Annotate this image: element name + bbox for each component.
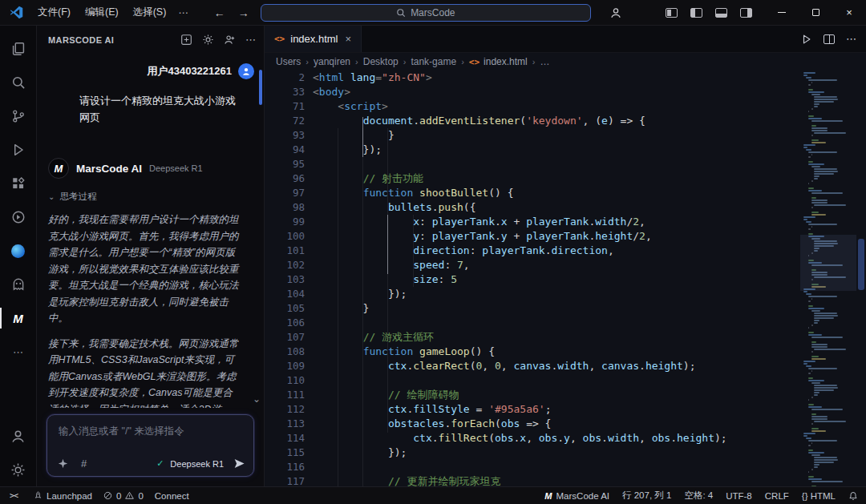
maximize-button[interactable] <box>799 0 832 26</box>
breadcrumb-separator: › <box>403 57 407 67</box>
notifications-bell-icon[interactable] <box>848 491 858 501</box>
minimap-slider[interactable] <box>800 235 856 291</box>
model-selector[interactable]: Deepseek R1 <box>170 459 224 469</box>
account-icon[interactable] <box>605 6 627 19</box>
minimap-line <box>803 144 815 146</box>
code-line: 115 }); <box>265 446 797 460</box>
marscode-status-item[interactable]: M MarsCode AI <box>544 491 609 501</box>
connect-item[interactable]: Connect <box>155 491 189 501</box>
minimap-line <box>814 459 838 461</box>
browser-icon[interactable] <box>0 234 37 268</box>
account-profile-icon[interactable] <box>0 419 37 453</box>
nav-forward-icon[interactable]: → <box>238 6 249 19</box>
code-line: 101 direction: playerTank.direction, <box>265 244 797 258</box>
plugin-icon[interactable] <box>0 268 37 301</box>
minimap-line <box>808 84 810 86</box>
eol-sequence[interactable]: CRLF <box>765 491 789 501</box>
send-button[interactable] <box>233 458 245 470</box>
menu-more[interactable]: ⋯ <box>173 4 193 21</box>
search-sidebar-icon[interactable] <box>0 66 37 99</box>
code-line: 106 <box>265 316 797 330</box>
scroll-to-bottom-icon[interactable]: ⌄ <box>253 393 261 405</box>
editor-more-icon[interactable]: ⋯ <box>846 33 856 45</box>
search-icon <box>396 8 406 18</box>
minimap-line <box>803 72 815 74</box>
minimap-line <box>806 293 811 295</box>
source-control-icon[interactable] <box>0 99 37 133</box>
minimap-line <box>803 411 856 413</box>
launchpad-item[interactable]: Launchpad <box>34 491 92 501</box>
minimap-line <box>803 195 856 196</box>
minimap-line <box>808 183 809 184</box>
editor-scrollbar[interactable] <box>856 71 866 486</box>
command-center-search[interactable]: MarsCode <box>261 4 591 22</box>
error-count: 0 <box>116 491 121 501</box>
line-number: 96 <box>265 171 311 186</box>
breadcrumb-item[interactable]: tank-game <box>411 56 456 67</box>
minimap-line <box>808 115 813 117</box>
chat-history: 用户43403221261 请设计一个精致的坦克大战小游戏网页 M MarsCo… <box>37 54 264 408</box>
minimap-line <box>803 75 807 76</box>
indent-guide <box>413 215 414 287</box>
menu-select[interactable]: 选择(S) <box>126 3 174 22</box>
minimap-line <box>814 394 819 396</box>
tab-index-html[interactable]: <> index.html × <box>265 26 362 52</box>
menu-file[interactable]: 文件(F) <box>30 3 78 22</box>
new-chat-icon[interactable] <box>180 34 192 46</box>
remote-explorer-icon[interactable] <box>0 200 37 234</box>
breadcrumb-tail[interactable]: … <box>540 56 549 67</box>
app-logo-icon[interactable] <box>8 5 24 21</box>
scrollbar-thumb[interactable] <box>858 239 864 290</box>
indentation[interactable]: 空格: 4 <box>684 490 713 502</box>
remote-indicator-icon[interactable]: >< <box>5 491 22 500</box>
breadcrumb-file[interactable]: <> index.html <box>469 56 528 67</box>
code-line: 97 function shootBullet() { <box>265 186 797 200</box>
encoding[interactable]: UTF-8 <box>726 491 752 501</box>
add-user-icon[interactable] <box>224 34 236 46</box>
panel-more-icon[interactable]: ⋯ <box>245 34 256 46</box>
minimap-line <box>811 346 828 348</box>
toggle-panel-icon[interactable] <box>715 8 727 18</box>
breadcrumb-separator: › <box>532 57 536 67</box>
titlebar-actions: × <box>605 0 866 25</box>
more-views-icon[interactable]: ⋯ <box>0 335 37 369</box>
thinking-toggle[interactable]: ⌄ 思考过程 <box>48 191 240 203</box>
settings-gear-icon[interactable] <box>0 453 37 486</box>
minimap-line <box>803 401 856 403</box>
split-editor-icon[interactable] <box>824 34 835 44</box>
minimap-line <box>803 447 856 449</box>
minimap-line <box>808 332 813 333</box>
minimize-button[interactable] <box>765 0 799 26</box>
explorer-icon[interactable] <box>0 32 37 66</box>
minimap-line <box>811 200 828 201</box>
menu-edit[interactable]: 编辑(E) <box>78 3 126 22</box>
run-debug-icon[interactable] <box>0 133 37 167</box>
problems-item[interactable]: 0 0 <box>103 491 144 501</box>
breadcrumb-item[interactable]: Users <box>276 56 301 67</box>
cursor-position[interactable]: 行 207, 列 1 <box>622 490 671 502</box>
marscode-ai-icon[interactable]: M <box>0 301 37 335</box>
language-mode[interactable]: {} HTML <box>802 491 836 501</box>
run-file-icon[interactable] <box>801 34 812 45</box>
extensions-icon[interactable] <box>0 167 37 200</box>
tab-close-icon[interactable]: × <box>344 33 354 45</box>
breadcrumb-item[interactable]: Desktop <box>363 56 399 67</box>
chat-input-box[interactable]: 输入消息或者 "/" 来选择指令 # ✓ Deepseek R1 <box>47 414 254 477</box>
chevron-down-icon: ⌄ <box>48 192 55 201</box>
chat-settings-icon[interactable] <box>202 34 214 46</box>
minimap-line <box>808 190 822 192</box>
close-button[interactable]: × <box>832 0 866 26</box>
minimap-line <box>811 180 813 182</box>
toggle-sidebar-icon[interactable] <box>690 8 702 18</box>
breadcrumb-separator: › <box>306 57 309 67</box>
toggle-secondary-sidebar-icon[interactable] <box>740 8 752 18</box>
nav-back-icon[interactable]: ← <box>214 6 225 19</box>
code-editor[interactable]: 2<html lang="zh-CN">33<body>71 <script>7… <box>265 71 866 486</box>
context-hash-icon[interactable]: # <box>81 458 87 470</box>
customize-layout-icon[interactable] <box>666 8 678 18</box>
minimap-line <box>808 187 813 189</box>
minimap-line <box>808 377 813 379</box>
breadcrumb-item[interactable]: yanqiren <box>314 56 350 67</box>
indent-guide <box>387 128 388 433</box>
skills-icon[interactable] <box>58 458 68 469</box>
